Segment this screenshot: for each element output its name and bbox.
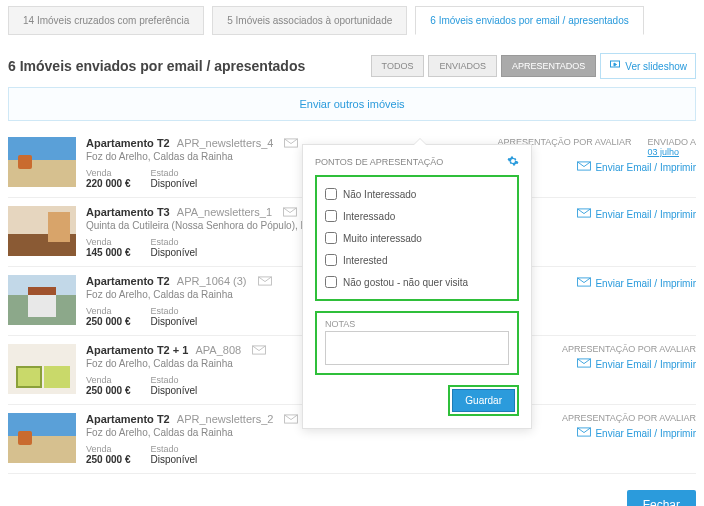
notes-label: NOTAS xyxy=(325,319,509,329)
status-label: Estado xyxy=(151,375,198,385)
checkbox[interactable] xyxy=(325,276,337,288)
checkbox[interactable] xyxy=(325,254,337,266)
options-box: Não Interessado Interessado Muito intere… xyxy=(315,175,519,301)
type-label: Venda xyxy=(86,375,131,385)
property-ref: APR_newsletters_4 xyxy=(177,137,274,149)
property-title[interactable]: Apartamento T3 xyxy=(86,206,170,218)
envelope-icon xyxy=(577,358,591,370)
option-label: Interested xyxy=(343,255,387,266)
property-thumb[interactable] xyxy=(8,206,76,256)
property-ref: APR_newsletters_2 xyxy=(177,413,274,425)
sent-label: ENVIADO A xyxy=(647,137,696,147)
slideshow-icon xyxy=(609,59,621,73)
filter-sent[interactable]: ENVIADOS xyxy=(428,55,497,77)
property-thumb[interactable] xyxy=(8,344,76,394)
gear-icon[interactable] xyxy=(507,155,519,169)
property-ref: APA_808 xyxy=(195,344,241,356)
envelope-icon xyxy=(284,414,298,426)
property-status: Disponível xyxy=(151,247,198,258)
tab-sent[interactable]: 6 Imóveis enviados por email / apresenta… xyxy=(415,6,643,35)
property-status: Disponível xyxy=(151,316,198,327)
action-label: Enviar Email / Imprimir xyxy=(595,162,696,173)
presentation-popover: PONTOS DE APRESENTAÇÃO Não Interessado I… xyxy=(302,144,532,429)
status-label: Estado xyxy=(151,168,198,178)
status-label: Estado xyxy=(151,444,198,454)
status-label: Estado xyxy=(151,237,198,247)
option-label: Muito interessado xyxy=(343,233,422,244)
send-email-link[interactable]: Enviar Email / Imprimir xyxy=(577,358,696,370)
envelope-icon xyxy=(258,276,272,288)
notes-textarea[interactable] xyxy=(325,331,509,365)
checkbox[interactable] xyxy=(325,210,337,222)
property-location: Foz do Arelho, Caldas da Rainha xyxy=(86,427,552,438)
property-ref: APA_newsletters_1 xyxy=(177,206,272,218)
notes-box: NOTAS xyxy=(315,311,519,375)
option-nao-interessado[interactable]: Não Interessado xyxy=(325,183,509,205)
property-price: 250 000 € xyxy=(86,316,131,327)
option-interested[interactable]: Interested xyxy=(325,249,509,271)
option-interessado[interactable]: Interessado xyxy=(325,205,509,227)
filter-presented[interactable]: APRESENTADOS xyxy=(501,55,596,77)
envelope-icon xyxy=(577,277,591,289)
tab-associated[interactable]: 5 Imóveis associados à oportunidade xyxy=(212,6,407,35)
property-ref: APR_1064 (3) xyxy=(177,275,247,287)
envelope-icon xyxy=(283,207,297,219)
checkbox[interactable] xyxy=(325,188,337,200)
property-status: Disponível xyxy=(151,385,198,396)
property-thumb[interactable] xyxy=(8,137,76,187)
popover-title: PONTOS DE APRESENTAÇÃO xyxy=(315,157,443,167)
eval-label: APRESENTAÇÃO POR AVALIAR xyxy=(562,413,696,423)
property-title[interactable]: Apartamento T2 xyxy=(86,413,170,425)
property-price: 250 000 € xyxy=(86,454,131,465)
envelope-icon xyxy=(252,345,266,357)
send-other-banner[interactable]: Enviar outros imóveis xyxy=(8,87,696,121)
slideshow-button[interactable]: Ver slideshow xyxy=(600,53,696,79)
property-title[interactable]: Apartamento T2 xyxy=(86,275,170,287)
eval-label: APRESENTAÇÃO POR AVALIAR xyxy=(562,344,696,354)
close-button[interactable]: Fechar xyxy=(627,490,696,506)
tabs-bar: 14 Imóveis cruzados com preferência 5 Im… xyxy=(8,6,696,35)
type-label: Venda xyxy=(86,237,131,247)
property-thumb[interactable] xyxy=(8,275,76,325)
type-label: Venda xyxy=(86,306,131,316)
property-title[interactable]: Apartamento T2 + 1 xyxy=(86,344,188,356)
type-label: Venda xyxy=(86,168,131,178)
type-label: Venda xyxy=(86,444,131,454)
envelope-icon xyxy=(577,161,591,173)
option-label: Interessado xyxy=(343,211,395,222)
property-status: Disponível xyxy=(151,454,198,465)
envelope-icon xyxy=(577,427,591,439)
envelope-icon xyxy=(284,138,298,150)
option-nao-gostou[interactable]: Não gostou - não quer visita xyxy=(325,271,509,293)
property-title[interactable]: Apartamento T2 xyxy=(86,137,170,149)
filter-all[interactable]: TODOS xyxy=(371,55,425,77)
send-email-link[interactable]: Enviar Email / Imprimir xyxy=(577,427,696,439)
action-label: Enviar Email / Imprimir xyxy=(595,428,696,439)
property-price: 145 000 € xyxy=(86,247,131,258)
option-label: Não Interessado xyxy=(343,189,416,200)
checkbox[interactable] xyxy=(325,232,337,244)
send-email-link[interactable]: Enviar Email / Imprimir xyxy=(577,277,696,289)
property-thumb[interactable] xyxy=(8,413,76,463)
page-title: 6 Imóveis enviados por email / apresenta… xyxy=(8,58,305,74)
send-email-link[interactable]: Enviar Email / Imprimir xyxy=(577,208,696,220)
status-label: Estado xyxy=(151,306,198,316)
property-price: 220 000 € xyxy=(86,178,131,189)
action-label: Enviar Email / Imprimir xyxy=(595,278,696,289)
property-status: Disponível xyxy=(151,178,198,189)
option-label: Não gostou - não quer visita xyxy=(343,277,468,288)
envelope-icon xyxy=(577,208,591,220)
save-button[interactable]: Guardar xyxy=(452,389,515,412)
property-price: 250 000 € xyxy=(86,385,131,396)
action-label: Enviar Email / Imprimir xyxy=(595,209,696,220)
save-highlight: Guardar xyxy=(448,385,519,416)
option-muito-interessado[interactable]: Muito interessado xyxy=(325,227,509,249)
action-label: Enviar Email / Imprimir xyxy=(595,359,696,370)
send-email-link[interactable]: Enviar Email / Imprimir xyxy=(577,161,696,173)
slideshow-label: Ver slideshow xyxy=(625,61,687,72)
sent-date[interactable]: 03 julho xyxy=(647,147,696,157)
tab-crossed[interactable]: 14 Imóveis cruzados com preferência xyxy=(8,6,204,35)
